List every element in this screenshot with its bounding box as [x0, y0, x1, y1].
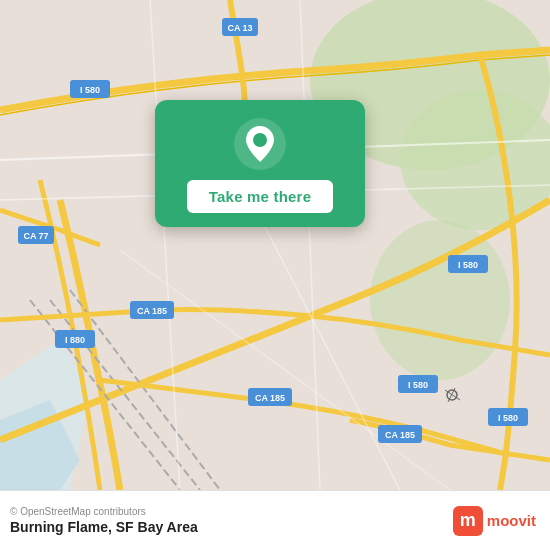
svg-text:I 880: I 880	[65, 335, 85, 345]
svg-text:CA 13: CA 13	[227, 23, 252, 33]
svg-point-3	[370, 220, 510, 380]
map-container: I 580 CA 13 CA 77 I 880 CA 185 CA 185 CA…	[0, 0, 550, 490]
take-me-there-button[interactable]: Take me there	[187, 180, 333, 213]
place-info: © OpenStreetMap contributors Burning Fla…	[10, 506, 198, 535]
svg-text:I 580: I 580	[498, 413, 518, 423]
location-pin-icon	[234, 118, 286, 170]
svg-text:CA 185: CA 185	[385, 430, 415, 440]
place-name: Burning Flame, SF Bay Area	[10, 519, 198, 535]
svg-text:CA 185: CA 185	[255, 393, 285, 403]
svg-text:I 580: I 580	[80, 85, 100, 95]
moovit-brand-text: moovit	[487, 512, 536, 529]
bottom-bar: © OpenStreetMap contributors Burning Fla…	[0, 490, 550, 550]
moovit-icon: m	[453, 506, 483, 536]
svg-point-39	[253, 133, 267, 147]
svg-text:CA 77: CA 77	[23, 231, 48, 241]
map-attribution: © OpenStreetMap contributors	[10, 506, 198, 517]
svg-text:I 580: I 580	[408, 380, 428, 390]
svg-text:CA 185: CA 185	[137, 306, 167, 316]
svg-text:I 580: I 580	[458, 260, 478, 270]
navigation-card: Take me there	[155, 100, 365, 227]
moovit-logo: m moovit	[453, 506, 536, 536]
